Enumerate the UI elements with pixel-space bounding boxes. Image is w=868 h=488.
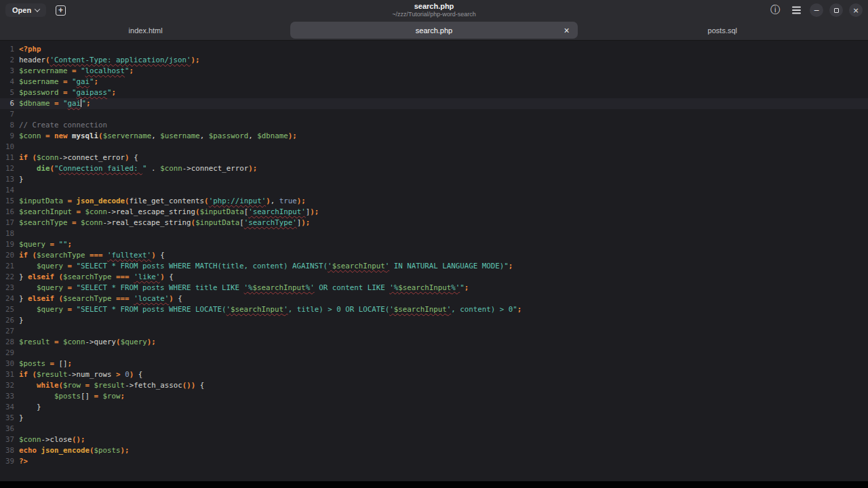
code-text: $inputData = json_decode(file_get_conten… bbox=[19, 197, 306, 205]
code-line[interactable]: 7 bbox=[0, 109, 868, 120]
code-line[interactable]: 25 $query = "SELECT * FROM posts WHERE L… bbox=[0, 304, 868, 315]
bottom-bar bbox=[0, 481, 868, 488]
tab-close-button[interactable]: × bbox=[564, 26, 569, 35]
code-line[interactable]: 15$inputData = json_decode(file_get_cont… bbox=[0, 196, 868, 207]
line-number: 14 bbox=[0, 185, 14, 196]
line-number: 18 bbox=[0, 228, 14, 239]
line-number: 2 bbox=[0, 55, 14, 66]
close-icon: × bbox=[852, 7, 859, 14]
main-menu-button[interactable] bbox=[789, 3, 804, 18]
line-number: 36 bbox=[0, 424, 14, 434]
code-line[interactable]: 18 bbox=[0, 228, 868, 239]
code-line[interactable]: 28$result = $conn->query($query); bbox=[0, 337, 868, 348]
code-line[interactable]: 8// Create connection bbox=[0, 120, 868, 131]
code-text: if ($conn->connect_error) { bbox=[19, 153, 138, 162]
close-window-button[interactable]: × bbox=[849, 3, 863, 17]
tab-label: search.php bbox=[416, 26, 452, 35]
text-editor-window: Open + search.php ~/zzz/Tutorial/php-wor… bbox=[0, 0, 868, 488]
code-line[interactable]: 22} elseif ($searchType === 'like') { bbox=[0, 272, 868, 283]
code-text: } bbox=[19, 413, 24, 422]
code-editor[interactable]: 1<?php2header('Content-Type: application… bbox=[0, 41, 868, 481]
code-line[interactable]: 17$searchType = $conn->real_escape_strin… bbox=[0, 218, 868, 228]
code-text: header('Content-Type: application/json')… bbox=[19, 56, 200, 64]
minimize-button[interactable]: − bbox=[810, 3, 823, 17]
code-line[interactable]: 29 bbox=[0, 348, 868, 359]
code-line[interactable]: 39?> bbox=[0, 456, 868, 467]
line-number: 3 bbox=[0, 66, 14, 77]
code-line[interactable]: 11if ($conn->connect_error) { bbox=[0, 152, 868, 163]
code-line[interactable]: 2header('Content-Type: application/json'… bbox=[0, 55, 868, 66]
code-line[interactable]: 32 while($row = $result->fetch_assoc()) … bbox=[0, 380, 868, 391]
code-text: $servername = "localhost"; bbox=[19, 66, 134, 75]
new-tab-button[interactable]: + bbox=[56, 5, 66, 16]
code-line[interactable]: 36 bbox=[0, 424, 868, 434]
code-line[interactable]: 31if ($result->num_rows > 0) { bbox=[0, 369, 868, 380]
line-number: 32 bbox=[0, 380, 14, 391]
code-line[interactable]: 21 $query = "SELECT * FROM posts WHERE M… bbox=[0, 261, 868, 272]
code-text: $posts[] = $row; bbox=[19, 392, 125, 401]
line-number: 31 bbox=[0, 369, 14, 380]
code-text: $posts = []; bbox=[19, 359, 72, 368]
line-number: 17 bbox=[0, 218, 14, 228]
code-text: while($row = $result->fetch_assoc()) { bbox=[19, 381, 204, 390]
code-text: $dbname = "gai"; bbox=[19, 99, 91, 108]
code-text: } bbox=[19, 403, 41, 411]
code-text: <?php bbox=[19, 45, 41, 54]
code-line[interactable]: 35} bbox=[0, 413, 868, 424]
line-number: 24 bbox=[0, 293, 14, 304]
info-icon: ⓘ bbox=[770, 4, 780, 16]
line-number: 9 bbox=[0, 131, 14, 142]
code-line[interactable]: 26} bbox=[0, 315, 868, 326]
code-line[interactable]: 14 bbox=[0, 185, 868, 196]
code-text: $query = "SELECT * FROM posts WHERE LOCA… bbox=[19, 305, 521, 314]
line-number: 26 bbox=[0, 315, 14, 326]
maximize-icon bbox=[834, 8, 839, 13]
code-line[interactable]: 20if ($searchType === 'fulltext') { bbox=[0, 250, 868, 261]
tab-posts.sql[interactable]: posts.sql bbox=[579, 22, 866, 39]
code-line[interactable]: 5$password = "gaipass"; bbox=[0, 87, 868, 98]
window-title-block: search.php ~/zzz/Tutorial/php-word-searc… bbox=[209, 2, 659, 18]
code-text: $password = "gaipass"; bbox=[19, 88, 116, 97]
code-line[interactable]: 4$username = "gai"; bbox=[0, 77, 868, 87]
code-text: } bbox=[19, 316, 24, 325]
code-line[interactable]: 13} bbox=[0, 174, 868, 185]
code-line[interactable]: 9$conn = new mysqli($servername, $userna… bbox=[0, 131, 868, 142]
line-number: 4 bbox=[0, 77, 14, 87]
line-number: 20 bbox=[0, 250, 14, 261]
open-button[interactable]: Open bbox=[5, 3, 46, 17]
line-number: 34 bbox=[0, 402, 14, 413]
headerbar: Open + search.php ~/zzz/Tutorial/php-wor… bbox=[0, 0, 868, 20]
line-number: 15 bbox=[0, 196, 14, 207]
line-number: 35 bbox=[0, 413, 14, 424]
code-line[interactable]: 12 die("Connection failed: " . $conn->co… bbox=[0, 163, 868, 174]
code-line[interactable]: 38echo json_encode($posts); bbox=[0, 445, 868, 456]
document-info-button[interactable]: ⓘ bbox=[768, 3, 783, 18]
line-number: 27 bbox=[0, 326, 14, 337]
open-button-label: Open bbox=[12, 6, 31, 14]
code-line[interactable]: 24} elseif ($searchType === 'locate') { bbox=[0, 293, 868, 304]
code-line[interactable]: 6$dbname = "gai"; bbox=[0, 98, 868, 109]
code-line[interactable]: 19$query = ""; bbox=[0, 239, 868, 250]
code-line[interactable]: 16$searchInput = $conn->real_escape_stri… bbox=[0, 207, 868, 218]
hamburger-menu-icon bbox=[792, 9, 801, 11]
code-line[interactable]: 34 } bbox=[0, 402, 868, 413]
code-line[interactable]: 37$conn->close(); bbox=[0, 434, 868, 445]
maximize-button[interactable] bbox=[829, 3, 843, 17]
code-line[interactable]: 30$posts = []; bbox=[0, 359, 868, 369]
code-line[interactable]: 23 $query = "SELECT * FROM posts WHERE t… bbox=[0, 283, 868, 293]
code-text: $conn = new mysqli($servername, $usernam… bbox=[19, 131, 297, 140]
tab-search.php[interactable]: search.php× bbox=[290, 22, 577, 39]
code-line[interactable]: 33 $posts[] = $row; bbox=[0, 391, 868, 402]
tab-index.html[interactable]: index.html bbox=[2, 22, 289, 39]
line-number: 13 bbox=[0, 174, 14, 185]
minimize-icon: − bbox=[813, 7, 819, 14]
code-text: if ($result->num_rows > 0) { bbox=[19, 370, 142, 379]
code-line[interactable]: 3$servername = "localhost"; bbox=[0, 66, 868, 77]
line-number: 30 bbox=[0, 359, 14, 369]
line-number: 22 bbox=[0, 272, 14, 283]
code-text: $query = "SELECT * FROM posts WHERE MATC… bbox=[19, 262, 513, 270]
code-line[interactable]: 1<?php bbox=[0, 44, 868, 55]
line-number: 1 bbox=[0, 44, 14, 55]
code-line[interactable]: 10 bbox=[0, 142, 868, 152]
code-line[interactable]: 27 bbox=[0, 326, 868, 337]
